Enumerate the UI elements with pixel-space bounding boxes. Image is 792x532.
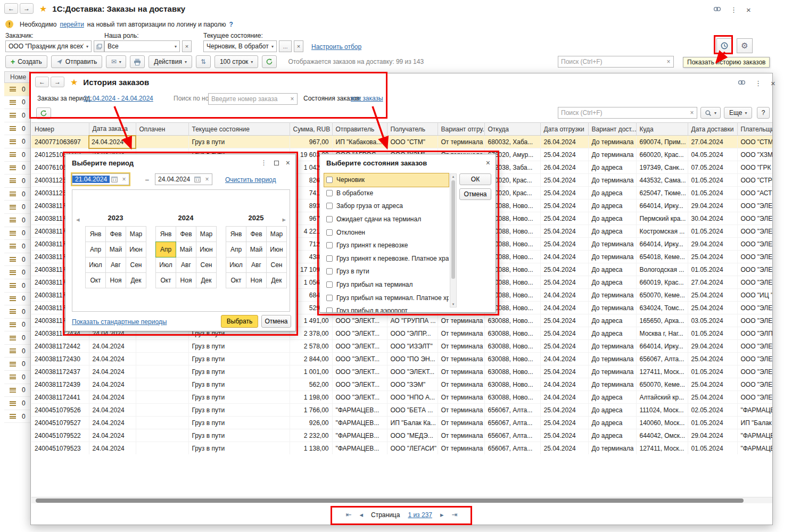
table-row[interactable]: 240038117243724.04.2024Груз в пути1 001,…: [31, 365, 772, 378]
show-order-history-button[interactable]: [716, 38, 732, 53]
state-option[interactable]: Груз в пути: [324, 265, 449, 278]
checkbox[interactable]: [326, 255, 333, 262]
calendar-icon[interactable]: [110, 176, 119, 182]
scroll-down-icon[interactable]: ▾: [450, 302, 456, 306]
calendar-month[interactable]: Сен: [196, 257, 217, 273]
notice-help-link[interactable]: ?: [229, 21, 233, 28]
calendar-month[interactable]: Янв: [85, 226, 106, 242]
checkbox[interactable]: [326, 281, 333, 288]
list-item[interactable]: 0: [4, 253, 30, 267]
calendar-month[interactable]: Ноя: [246, 272, 267, 288]
next-page-icon[interactable]: ▸: [440, 511, 444, 519]
calendar-month[interactable]: Мар: [126, 226, 146, 242]
list-item[interactable]: 0: [4, 201, 30, 214]
calendar-month[interactable]: Апр: [85, 242, 106, 257]
state-option[interactable]: Черновик: [324, 173, 449, 187]
prev-page-icon[interactable]: ◂: [359, 511, 363, 519]
calendar-month[interactable]: Сен: [126, 257, 146, 273]
table-row[interactable]: 240038117244224.04.2024Груз в пути2 578,…: [31, 340, 772, 353]
favorite-star-icon[interactable]: ★: [70, 77, 78, 87]
calendar-prev-icon[interactable]: ◂: [76, 215, 80, 223]
clear-search-icon[interactable]: ×: [664, 58, 673, 65]
list-item[interactable]: 0: [4, 214, 30, 227]
checkbox[interactable]: [326, 216, 333, 222]
list-item[interactable]: 0: [4, 319, 30, 332]
settings-button[interactable]: ⚙: [737, 38, 753, 53]
checkbox[interactable]: [326, 190, 333, 196]
table-row[interactable]: 240038117244124.04.2024Груз в пути1 198,…: [31, 391, 772, 404]
table-row[interactable]: 240045107952724.04.2024Груз в пути926,00…: [31, 417, 772, 429]
email-button[interactable]: ✉ ▾: [106, 55, 126, 68]
refresh-button[interactable]: [262, 55, 277, 68]
column-header[interactable]: Вариант дост...: [588, 123, 636, 136]
states-link[interactable]: все заказы: [351, 95, 383, 102]
chevron-down-icon[interactable]: ▾: [84, 44, 91, 49]
calendar-month[interactable]: Мар: [196, 226, 217, 242]
list-item[interactable]: 0: [4, 397, 30, 410]
clear-icon[interactable]: ×: [119, 176, 129, 183]
calendar-month[interactable]: Фев: [246, 226, 267, 242]
state-combobox[interactable]: Черновик, В обработке, З ▾: [203, 40, 277, 52]
list-item[interactable]: 0: [4, 358, 30, 371]
column-header[interactable]: Получатель: [387, 123, 438, 136]
column-header[interactable]: Номер: [31, 123, 89, 136]
calendar-month[interactable]: Сен: [266, 257, 287, 273]
first-page-icon[interactable]: ⇤: [346, 511, 352, 519]
state-option[interactable]: Отклонен: [324, 226, 449, 239]
calendar-month[interactable]: Июн: [196, 242, 217, 257]
clear-period-link[interactable]: Очистить период: [225, 176, 276, 184]
table-row[interactable]: 240038117243924.04.2024Груз в пути562,00…: [31, 378, 772, 391]
calendar-month[interactable]: Янв: [155, 226, 176, 242]
scrollbar-thumb[interactable]: [451, 180, 455, 279]
state-option[interactable]: В обработке: [324, 187, 449, 200]
checkbox[interactable]: [326, 203, 333, 209]
calendar-month[interactable]: Июл: [155, 257, 176, 273]
print-button[interactable]: [130, 55, 145, 68]
column-header[interactable]: Отправитель: [332, 123, 387, 136]
list-item[interactable]: 0: [4, 293, 30, 306]
table-row[interactable]: 240045107952224.04.2024Груз в пути2 232,…: [31, 429, 772, 442]
create-button[interactable]: + Создать: [5, 55, 47, 68]
list-item[interactable]: 0: [4, 135, 30, 148]
column-header[interactable]: Оплачен: [136, 123, 188, 136]
calendar-month[interactable]: Июн: [126, 242, 146, 257]
scrollbar-thumb[interactable]: [36, 498, 744, 503]
calendar-month[interactable]: Авг: [246, 257, 267, 273]
column-header[interactable]: Сумма, RUB: [290, 123, 332, 136]
list-item[interactable]: 0: [4, 109, 30, 122]
last-page-icon[interactable]: ⇥: [452, 511, 458, 519]
help-button[interactable]: ?: [757, 107, 770, 119]
column-header[interactable]: Дата отгрузки: [540, 123, 588, 136]
more-button[interactable]: Еще ▾: [724, 107, 752, 119]
maximize-icon[interactable]: [274, 161, 279, 165]
list-item[interactable]: 0: [4, 148, 30, 162]
more-menu-icon[interactable]: ⋮: [755, 79, 762, 87]
list-item[interactable]: 0: [4, 384, 30, 397]
close-icon[interactable]: ×: [771, 79, 776, 88]
calendar-month[interactable]: Дек: [196, 272, 217, 288]
list-item[interactable]: 0: [4, 188, 30, 201]
configure-filter-link[interactable]: Настроить отбор: [311, 43, 361, 51]
actions-button[interactable]: Действия ▾: [148, 55, 192, 68]
customer-combobox[interactable]: ООО "Праздник для всех" ▾: [5, 40, 92, 52]
column-header[interactable]: Куда: [636, 123, 688, 136]
list-item[interactable]: 0: [4, 410, 30, 423]
calendar-month[interactable]: Дек: [266, 272, 287, 288]
list-item[interactable]: 0: [4, 122, 30, 136]
date-from-field[interactable]: 21.04.2024 ×: [72, 173, 129, 185]
standard-periods-link[interactable]: Показать стандартные периоды: [72, 318, 167, 326]
vertical-scrollbar[interactable]: ▴ ▾: [450, 173, 457, 307]
calendar-month[interactable]: Май: [105, 242, 126, 257]
forward-button[interactable]: →: [51, 77, 64, 87]
rows-count-combobox[interactable]: 100 строк ▾: [214, 55, 258, 68]
get-link-icon[interactable]: [713, 6, 721, 14]
clear-search-icon[interactable]: ×: [687, 109, 697, 117]
state-option[interactable]: Груз принят к перевозке: [324, 239, 449, 252]
column-header[interactable]: Дата доставки: [688, 123, 737, 136]
chevron-down-icon[interactable]: ▾: [172, 44, 179, 49]
state-option[interactable]: Груз прибыл на терминал. Платное хр...: [324, 291, 449, 304]
column-header[interactable]: Дата заказа: [89, 123, 136, 136]
state-option[interactable]: Груз прибыл в аэропорт: [324, 304, 449, 313]
calendar-month[interactable]: Окт: [155, 272, 176, 288]
history-search-input[interactable]: [558, 109, 687, 117]
